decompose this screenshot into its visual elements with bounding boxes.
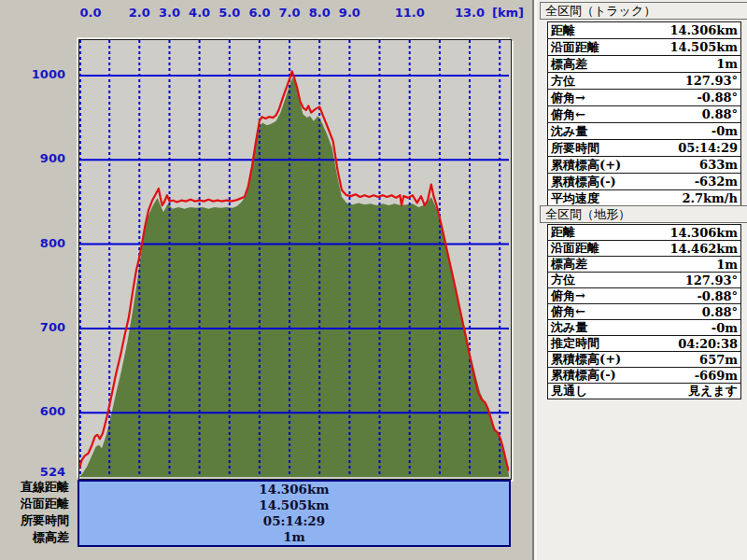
stat-value: -0m	[712, 124, 738, 138]
stat-row: 沿面距離14.505km	[548, 39, 740, 56]
stat-label: 平均速度	[551, 190, 599, 207]
stat-row: 距離14.306km	[548, 22, 740, 39]
stat-row: 沿面距離14.462km	[548, 241, 740, 257]
summary-value: 1m	[79, 529, 509, 545]
stat-label: 俯角→	[551, 90, 585, 106]
x-axis-unit-label: [km]	[482, 6, 534, 20]
elevation-profile-plot[interactable]	[78, 39, 512, 480]
x-tick-label: 11.0	[389, 6, 430, 20]
stat-value: 14.306km	[669, 23, 738, 37]
y-tick-label: 900	[0, 152, 65, 165]
stat-label: 沿面距離	[551, 240, 599, 257]
elevation-chart-pane: 0.02.03.04.05.06.07.08.09.011.013.0 [km]…	[0, 0, 532, 560]
stat-label: 距離	[551, 22, 575, 39]
stat-value: 1m	[716, 57, 738, 71]
stat-label: 沿面距離	[551, 39, 599, 56]
stat-label: 累積標高(+)	[551, 351, 621, 368]
stat-row: 所要時間05:14:29	[548, 140, 740, 157]
stat-value: 05:14:29	[678, 141, 738, 155]
stat-row: 沈み量-0m	[548, 123, 740, 140]
x-tick-label: 9.0	[329, 6, 370, 20]
stat-value: -632m	[695, 175, 738, 189]
stat-label: 累積標高(+)	[551, 157, 621, 174]
summary-value: 14.306km	[79, 482, 509, 497]
stat-label: 俯角→	[551, 287, 585, 304]
summary-labels: 直線距離沿面距離所要時間標高差	[0, 479, 69, 546]
stat-label: 沈み量	[551, 123, 587, 140]
stat-value: 127.93°	[685, 273, 738, 287]
stat-row: 累積標高(-)-669m	[548, 368, 740, 384]
statistics-pane: 全区間（トラック）距離14.306km沿面距離14.505km標高差1m方位12…	[537, 0, 747, 560]
stat-value: 2.7km/h	[682, 191, 738, 205]
stat-value: 127.93°	[685, 74, 738, 88]
y-tick-label: 700	[0, 321, 65, 334]
y-tick-label: 600	[0, 405, 65, 418]
stat-row: 累積標高(-)-632m	[548, 174, 740, 190]
y-tick-label: 800	[0, 237, 65, 250]
y-min-label: 524	[0, 466, 65, 479]
stat-row: 累積標高(+)657m	[548, 352, 740, 368]
stat-value: 14.505km	[669, 40, 738, 54]
stat-label: 累積標高(-)	[551, 174, 616, 190]
stat-row: 距離14.306km	[548, 225, 740, 241]
stat-table-track: 距離14.306km沿面距離14.505km標高差1m方位127.93°俯角→-…	[547, 21, 741, 207]
stat-label: 方位	[551, 272, 575, 288]
stat-value: 見えます	[688, 383, 738, 399]
stat-label: 標高差	[551, 256, 587, 273]
stat-row: 見通し見えます	[548, 384, 740, 399]
stat-row: 推定時間04:20:38	[548, 336, 740, 352]
stat-table-terrain: 距離14.306km沿面距離14.462km標高差1m方位127.93°俯角→-…	[547, 224, 741, 399]
summary-info-box: 14.306km14.505km05:14:291m	[78, 480, 511, 547]
summary-value: 14.505km	[79, 497, 509, 513]
stat-row: 累積標高(+)633m	[548, 157, 740, 174]
summary-label: 所要時間	[0, 512, 69, 529]
summary-label: 標高差	[0, 529, 69, 546]
stat-label: 沈み量	[551, 319, 587, 336]
elevation-profile-svg	[79, 40, 509, 477]
stat-label: 見通し	[551, 383, 587, 399]
stat-value: -0.88°	[697, 91, 738, 105]
x-tick-label: 0.0	[70, 6, 111, 20]
stat-value: 657m	[699, 353, 738, 367]
stat-label: 俯角←	[551, 106, 585, 123]
stat-row: 標高差1m	[548, 257, 740, 273]
stat-row: 俯角←0.88°	[548, 304, 740, 320]
stat-label: 累積標高(-)	[551, 367, 616, 384]
stat-value: 633m	[699, 158, 738, 172]
summary-label: 沿面距離	[0, 496, 69, 512]
stat-value: 0.88°	[702, 305, 738, 319]
stat-value: 1m	[716, 258, 738, 272]
stat-value: 0.88°	[702, 107, 738, 121]
stat-label: 距離	[551, 224, 575, 241]
panel-header-terrain: 全区間（地形）	[540, 205, 747, 223]
stat-value: -0.88°	[697, 289, 738, 303]
stat-value: -669m	[695, 369, 738, 383]
stat-label: 所要時間	[551, 140, 599, 157]
stat-label: 推定時間	[551, 335, 599, 352]
terrain-area	[79, 77, 509, 477]
stat-row: 俯角→-0.88°	[548, 90, 740, 106]
stat-row: 方位127.93°	[548, 73, 740, 90]
stat-label: 俯角←	[551, 303, 585, 320]
panel-header-track: 全区間（トラック）	[540, 2, 747, 20]
stat-value: 04:20:38	[678, 337, 738, 351]
summary-label: 直線距離	[0, 479, 69, 496]
stat-label: 標高差	[551, 56, 587, 73]
stat-row: 標高差1m	[548, 56, 740, 73]
stat-row: 俯角→-0.88°	[548, 288, 740, 304]
y-tick-label: 1000	[0, 68, 65, 81]
summary-value: 05:14:29	[79, 513, 509, 529]
stat-label: 方位	[551, 73, 575, 90]
stat-row: 沈み量-0m	[548, 320, 740, 336]
stat-value: 14.462km	[669, 242, 738, 256]
stat-row: 俯角←0.88°	[548, 106, 740, 123]
stat-row: 平均速度2.7km/h	[548, 190, 740, 206]
stat-value: -0m	[712, 321, 738, 335]
stat-value: 14.306km	[669, 226, 738, 240]
stat-row: 方位127.93°	[548, 273, 740, 288]
